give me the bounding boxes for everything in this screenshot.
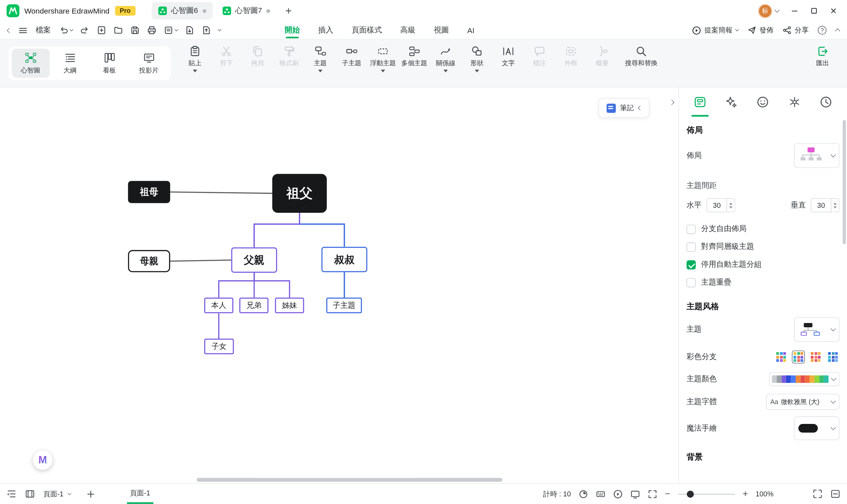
mindmap-node-brother[interactable]: 兄弟	[239, 298, 268, 313]
mindmap-node-grandfather[interactable]: 祖父	[272, 174, 327, 213]
checkbox-icon[interactable]	[686, 242, 696, 252]
text-button[interactable]: 文字	[492, 42, 524, 84]
step-up-icon[interactable]	[833, 202, 837, 204]
main-menu-icon[interactable]	[18, 26, 28, 35]
step-down-icon[interactable]	[729, 206, 733, 209]
branch-palette-2[interactable]	[792, 350, 805, 363]
stepper-arrows[interactable]	[831, 198, 840, 212]
publish-button[interactable]: 發佈	[748, 25, 774, 35]
view-mode-kanban[interactable]: 看板	[90, 49, 128, 78]
vertical-spacing-input[interactable]	[811, 198, 831, 212]
stepper-arrows[interactable]	[727, 198, 735, 212]
print-button[interactable]	[147, 25, 157, 35]
new-tab-button[interactable]: +	[280, 5, 297, 17]
fit-page-icon[interactable]	[830, 489, 841, 499]
help-button[interactable]: ?	[818, 26, 827, 34]
checkbox-disable-auto-grouping[interactable]: 停用自動主題分組	[686, 260, 840, 269]
fullscreen-presentation-icon[interactable]	[630, 489, 640, 499]
fit-to-screen-icon[interactable]	[648, 489, 657, 499]
menu-start[interactable]: 開始	[285, 21, 300, 39]
checkbox-align-same-level[interactable]: 對齊同層級主題	[686, 242, 840, 252]
file-menu[interactable]: 檔案	[36, 25, 51, 35]
zoom-slider-handle[interactable]	[687, 490, 694, 498]
export-button[interactable]: 匯出	[807, 42, 839, 84]
play-presentation-icon[interactable]	[613, 489, 623, 499]
mindmap-node-father[interactable]: 父親	[231, 247, 277, 273]
timer-icon[interactable]	[579, 489, 588, 499]
mindmap-node-uncle[interactable]: 叔叔	[321, 247, 367, 272]
step-down-icon[interactable]	[833, 206, 837, 209]
close-button[interactable]	[830, 7, 837, 15]
ai-assistant-button[interactable]: M	[33, 450, 53, 470]
step-up-icon[interactable]	[729, 202, 733, 204]
present-button[interactable]: 提案簡報	[692, 25, 738, 35]
menu-page-style[interactable]: 頁面樣式	[352, 21, 382, 39]
relationship-button[interactable]: 關係線	[430, 42, 462, 84]
panel-scrollbar[interactable]	[843, 120, 846, 244]
avatar[interactable]: 标	[758, 4, 773, 18]
panel-tab-history[interactable]	[814, 87, 838, 116]
account-menu[interactable]: 标	[758, 4, 779, 18]
unsaved-dot-icon[interactable]	[267, 9, 270, 13]
theme-color-dropdown[interactable]	[769, 372, 840, 386]
multiple-topics-button[interactable]: 多個主題	[398, 42, 430, 84]
menu-advanced[interactable]: 高級	[400, 21, 415, 39]
magic-hand-drawn-dropdown[interactable]	[794, 416, 840, 440]
panel-tab-style[interactable]	[782, 87, 806, 116]
toolbar-more-button[interactable]	[218, 28, 222, 32]
doc-tab-2[interactable]: 心智圖7	[216, 2, 277, 19]
shortcut-keys-icon[interactable]	[596, 489, 606, 499]
branch-palette-4[interactable]	[827, 350, 840, 363]
back-button[interactable]	[6, 28, 12, 33]
collapse-panel-button[interactable]	[669, 100, 674, 105]
panel-tab-layout[interactable]	[688, 87, 712, 116]
mindmap-node-children[interactable]: 子女	[204, 339, 234, 354]
add-page-button[interactable]	[86, 489, 95, 498]
redo-button[interactable]	[80, 25, 90, 35]
theme-dropdown[interactable]	[794, 317, 840, 342]
shape-button[interactable]: 形狀	[462, 42, 493, 84]
mindmap-canvas[interactable]: 祖母 祖父 母親 父親 叔叔 本人 兄弟 姊妹 子女 子主題 筆記 M	[0, 87, 664, 483]
menu-insert[interactable]: 插入	[318, 21, 333, 39]
share-button[interactable]: 分享	[783, 25, 809, 35]
mindmap-node-subtopic[interactable]: 子主題	[326, 298, 362, 313]
mindmap-node-mother[interactable]: 母親	[128, 250, 170, 272]
notes-button[interactable]: 筆記	[598, 98, 649, 118]
checkbox-icon[interactable]	[686, 224, 696, 234]
undo-button[interactable]	[59, 25, 73, 35]
new-file-button[interactable]	[97, 25, 106, 35]
panel-tab-sticker[interactable]	[751, 87, 775, 116]
import-file-button[interactable]	[185, 25, 194, 35]
view-mode-slides[interactable]: 投影片	[130, 49, 167, 78]
zoom-in-button[interactable]: +	[743, 488, 748, 499]
menu-ai[interactable]: AI	[467, 21, 475, 39]
view-mode-outline[interactable]: 大綱	[51, 49, 89, 78]
zoom-slider[interactable]	[678, 493, 735, 494]
export-file-button[interactable]	[202, 25, 211, 35]
mindmap-node-self[interactable]: 本人	[204, 298, 233, 313]
checkbox-free-branch-layout[interactable]: 分支自由佈局	[686, 224, 840, 234]
mindmap-node-grandmother[interactable]: 祖母	[128, 181, 170, 203]
save-button[interactable]	[130, 25, 140, 35]
maximize-button[interactable]	[810, 7, 818, 15]
branch-palette-3[interactable]	[809, 350, 822, 363]
paste-button[interactable]: 貼上	[179, 42, 211, 84]
doc-tab-1[interactable]: 心智圖6	[151, 2, 213, 19]
outline-panel-icon[interactable]	[6, 489, 17, 499]
minimize-button[interactable]	[791, 7, 798, 15]
checkbox-topic-overlap[interactable]: 主題重疊	[686, 278, 840, 287]
page-selector[interactable]: 頁面-1	[43, 489, 71, 499]
slideshow-icon[interactable]	[25, 489, 35, 499]
layout-dropdown[interactable]	[794, 143, 840, 168]
print-options-button[interactable]	[163, 25, 177, 35]
topic-button[interactable]: 主題	[305, 42, 336, 84]
fullscreen-icon[interactable]	[813, 489, 823, 499]
view-mode-mindmap[interactable]: 心智圖	[12, 49, 49, 78]
horizontal-scrollbar[interactable]	[197, 478, 502, 482]
mindmap-node-sister[interactable]: 姊妹	[275, 298, 304, 313]
collapse-ribbon-button[interactable]	[835, 29, 840, 34]
find-replace-button[interactable]: 搜尋和替換	[618, 42, 664, 84]
checkbox-icon[interactable]	[686, 278, 696, 287]
checkbox-checked-icon[interactable]	[686, 260, 696, 269]
branch-palette-1[interactable]	[775, 350, 788, 363]
